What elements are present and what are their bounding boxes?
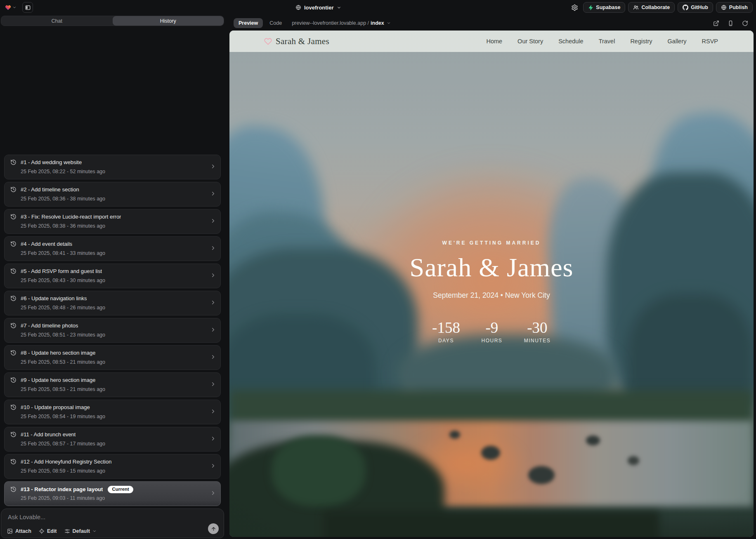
history-icon	[10, 159, 17, 165]
users-icon	[633, 5, 639, 10]
settings-button[interactable]	[569, 2, 580, 13]
tab-history[interactable]: History	[113, 16, 224, 26]
history-icon	[10, 214, 17, 220]
site-nav-link-rsvp[interactable]: RSVP	[702, 38, 718, 45]
lovable-logo-menu[interactable]	[5, 5, 17, 11]
history-icon	[10, 377, 17, 383]
gear-icon	[571, 4, 578, 11]
globe-icon	[295, 5, 301, 10]
chevron-right-icon	[210, 408, 216, 414]
history-item-timestamp: 25 Feb 2025, 08:53 - 21 minutes ago	[21, 359, 105, 365]
history-icon	[10, 459, 17, 465]
publish-button[interactable]: Publish	[716, 2, 753, 13]
history-list: #1 - Add wedding website 25 Feb 2025, 08…	[4, 155, 221, 506]
history-item[interactable]: #7 - Add timeline photos 25 Feb 2025, 08…	[4, 318, 221, 343]
chevron-right-icon	[210, 490, 216, 496]
history-item[interactable]: #11 - Add brunch event 25 Feb 2025, 08:5…	[4, 427, 221, 452]
sidebar-toggle-button[interactable]	[22, 2, 33, 13]
globe-icon	[721, 5, 727, 10]
chevron-right-icon	[210, 299, 216, 306]
site-nav-link-travel[interactable]: Travel	[599, 38, 615, 45]
history-item-timestamp: 25 Feb 2025, 08:53 - 21 minutes ago	[21, 386, 105, 392]
send-button[interactable]	[208, 523, 219, 534]
site-nav-link-home[interactable]: Home	[486, 38, 502, 45]
github-button[interactable]: GitHub	[678, 2, 713, 13]
chevron-down-icon	[92, 529, 97, 533]
countdown-value: -158	[432, 319, 460, 337]
preview-url-page: index	[371, 20, 384, 26]
site-nav: HomeOur StoryScheduleTravelRegistryGalle…	[486, 38, 718, 45]
countdown: -158 DAYS -9 HOURS -30 MINUTES	[229, 319, 754, 344]
history-item[interactable]: #5 - Add RSVP form and guest list 25 Feb…	[4, 264, 221, 288]
image-icon	[7, 528, 13, 534]
history-item-title: #7 - Add timeline photos	[21, 322, 78, 329]
refresh-icon	[742, 20, 748, 26]
mode-selector-label: Default	[73, 528, 90, 534]
target-icon	[39, 528, 45, 534]
chat-input[interactable]	[8, 514, 199, 520]
chevron-down-icon	[12, 5, 17, 9]
github-icon	[683, 5, 688, 10]
publish-button-label: Publish	[729, 5, 748, 10]
mobile-view-button[interactable]	[725, 18, 736, 28]
countdown-value: -9	[478, 319, 506, 337]
project-switcher[interactable]: lovefrontier	[295, 0, 341, 15]
history-item[interactable]: #3 - Fix: Resolve Lucide-react import er…	[4, 209, 221, 234]
collaborate-button-label: Collaborate	[641, 5, 670, 10]
history-item[interactable]: #1 - Add wedding website 25 Feb 2025, 08…	[4, 155, 221, 179]
open-in-new-tab-button[interactable]	[711, 18, 721, 28]
history-item[interactable]: #10 - Update proposal image 25 Feb 2025,…	[4, 400, 221, 424]
history-icon	[10, 404, 17, 410]
hero-section: WE'RE GETTING MARRIED Sarah & James Sept…	[229, 240, 754, 344]
tab-code[interactable]: Code	[267, 18, 284, 28]
site-logo[interactable]: Sarah & James	[264, 36, 329, 47]
tab-preview[interactable]: Preview	[234, 18, 263, 28]
history-item-title: #5 - Add RSVP form and guest list	[21, 268, 102, 274]
site-preview: Sarah & James HomeOur StoryScheduleTrave…	[229, 31, 754, 537]
chevron-right-icon	[210, 272, 216, 278]
countdown-unit: -9 HOURS	[478, 319, 506, 344]
panel-left-icon	[25, 5, 31, 11]
edit-button-label: Edit	[47, 528, 57, 534]
mode-selector[interactable]: Default	[64, 528, 97, 534]
history-item-timestamp: 25 Feb 2025, 08:54 - 19 minutes ago	[21, 414, 105, 419]
attach-button[interactable]: Attach	[7, 528, 31, 534]
history-item-title: #8 - Update hero section image	[21, 350, 95, 356]
history-item-title: #11 - Add brunch event	[21, 431, 76, 438]
history-icon	[10, 241, 17, 247]
history-item[interactable]: #13 - Refactor index page layout Current…	[4, 481, 221, 506]
chevron-down-icon	[387, 21, 391, 25]
collaborate-button[interactable]: Collaborate	[628, 2, 675, 13]
chevron-right-icon	[210, 354, 216, 360]
history-item[interactable]: #8 - Update hero section image 25 Feb 20…	[4, 345, 221, 370]
site-logo-text: Sarah & James	[276, 36, 329, 47]
history-item[interactable]: #12 - Add Honeyfund Registry Section 25 …	[4, 454, 221, 479]
history-item[interactable]: #9 - Update hero section image 25 Feb 20…	[4, 372, 221, 397]
history-item-timestamp: 25 Feb 2025, 08:38 - 36 minutes ago	[21, 223, 105, 229]
history-icon	[10, 431, 17, 438]
chevron-right-icon	[210, 463, 216, 469]
sliders-icon	[64, 528, 70, 534]
history-item-timestamp: 25 Feb 2025, 08:43 - 30 minutes ago	[21, 278, 105, 283]
history-icon	[10, 322, 17, 329]
history-item-title: #1 - Add wedding website	[21, 159, 82, 165]
chevron-right-icon	[210, 163, 216, 169]
tab-chat[interactable]: Chat	[1, 16, 113, 26]
external-link-icon	[713, 20, 719, 26]
supabase-button[interactable]: Supabase	[583, 2, 625, 13]
refresh-button[interactable]	[739, 18, 750, 28]
history-item-timestamp: 25 Feb 2025, 08:59 - 15 minutes ago	[21, 468, 105, 474]
site-nav-link-schedule[interactable]: Schedule	[558, 38, 583, 45]
history-item[interactable]: #4 - Add event details 25 Feb 2025, 08:4…	[4, 236, 221, 261]
history-item-timestamp: 25 Feb 2025, 09:03 - 11 minutes ago	[21, 495, 105, 501]
history-item[interactable]: #6 - Update navigation links 25 Feb 2025…	[4, 291, 221, 315]
history-icon	[10, 295, 17, 301]
preview-url[interactable]: preview--lovefrontier.lovable.app / inde…	[292, 20, 391, 26]
site-nav-link-registry[interactable]: Registry	[630, 38, 652, 45]
site-nav-link-gallery[interactable]: Gallery	[668, 38, 687, 45]
sidebar: Chat History #1 - Add wedding website 25…	[1, 16, 224, 538]
site-nav-link-our-story[interactable]: Our Story	[517, 38, 543, 45]
history-item[interactable]: #2 - Add timeline section 25 Feb 2025, 0…	[4, 182, 221, 207]
edit-mode-button[interactable]: Edit	[39, 528, 57, 534]
history-item-timestamp: 25 Feb 2025, 08:36 - 38 minutes ago	[21, 196, 105, 202]
